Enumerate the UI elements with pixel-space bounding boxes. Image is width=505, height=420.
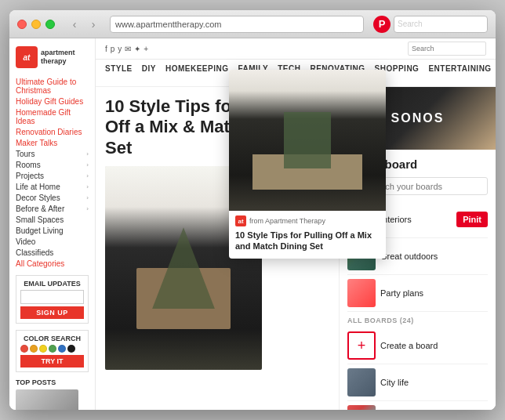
top-posts-label: TOP POSTS xyxy=(16,378,89,386)
browser-titlebar: ‹ › www.apartmenttherapy.com P Search xyxy=(9,10,496,38)
plus-icon: + xyxy=(347,331,376,360)
color-search-box: COLOR SEARCH TRY IT xyxy=(16,330,89,372)
pinterest-browser-icon[interactable]: P xyxy=(373,16,391,33)
create-board-label: Create a board xyxy=(380,341,488,350)
nav-diy[interactable]: DIY xyxy=(142,64,156,81)
try-button[interactable]: TRY IT xyxy=(20,355,84,368)
maximize-button[interactable] xyxy=(45,20,55,29)
source-label: from Apartment Therapy xyxy=(249,217,325,225)
color-dot-blue[interactable] xyxy=(58,345,66,353)
board-item-design[interactable]: Design xyxy=(347,401,488,410)
signup-button[interactable]: SIGN UP xyxy=(20,306,84,319)
source-logo: at xyxy=(235,215,246,226)
sidebar-link[interactable]: Ultimate Guide to Christmas xyxy=(16,76,89,96)
top-nav-strip: f p y ✉ ✦ + xyxy=(96,38,496,60)
board-thumb-city xyxy=(347,368,376,396)
thumbnail-image xyxy=(16,389,78,410)
all-boards-label: ALL BOARDS (24) xyxy=(347,317,488,324)
search-placeholder: Search xyxy=(398,20,423,28)
facebook-icon[interactable]: f xyxy=(105,45,107,53)
create-board-button[interactable]: + Create a board xyxy=(347,328,488,364)
sidebar-link[interactable]: Projects› xyxy=(16,170,89,181)
sidebar-link[interactable]: Homemade Gift Ideas xyxy=(16,107,89,126)
sidebar-link[interactable]: Video xyxy=(16,236,89,247)
board-name-outdoors: Great outdoors xyxy=(380,252,488,261)
board-item-party[interactable]: Party plans xyxy=(347,275,488,312)
email-updates-box: EMAIL UPDATES SIGN UP xyxy=(16,275,89,324)
page-content: at apartment therapy Ultimate Guide to C… xyxy=(9,38,496,410)
pinit-button-interiors[interactable]: Pinit xyxy=(456,212,488,227)
sidebar-link[interactable]: Maker Talks xyxy=(16,137,89,148)
board-name-interiors: Interiors xyxy=(380,215,452,224)
board-thumb-design xyxy=(347,405,376,410)
email-icon[interactable]: ✉ xyxy=(125,45,131,53)
main-content: f p y ✉ ✦ + STYLE DIY HOMEKEEPING FAMILY… xyxy=(96,38,496,410)
sidebar: at apartment therapy Ultimate Guide to C… xyxy=(9,38,96,410)
board-name-party: Party plans xyxy=(380,288,488,298)
email-input[interactable] xyxy=(20,290,84,304)
color-dot-orange[interactable] xyxy=(30,345,38,353)
browser-search-box[interactable]: Search xyxy=(394,16,488,33)
board-item-city[interactable]: City life xyxy=(347,364,488,401)
sidebar-link[interactable]: Classifieds xyxy=(16,247,89,258)
board-name-city: City life xyxy=(380,378,488,387)
logo-icon: at xyxy=(16,46,38,68)
color-search-label: COLOR SEARCH xyxy=(20,335,84,342)
nav-style[interactable]: STYLE xyxy=(105,64,133,81)
top-post-thumbnail[interactable] xyxy=(16,389,78,410)
color-dots xyxy=(20,345,84,353)
color-dot-red[interactable] xyxy=(20,345,28,353)
sidebar-link[interactable]: Decor Styles› xyxy=(16,192,89,203)
card-source: at from Apartment Therapy xyxy=(229,211,386,228)
sidebar-link[interactable]: Small Spaces xyxy=(16,214,89,225)
email-label: EMAIL UPDATES xyxy=(20,280,84,288)
nav-entertaining[interactable]: ENTERTAINING xyxy=(428,64,491,81)
card-title: 10 Style Tips for Pulling Off a Mix and … xyxy=(229,228,386,259)
color-dot-black[interactable] xyxy=(67,345,75,353)
sidebar-link[interactable]: Before & After› xyxy=(16,203,89,214)
sidebar-link[interactable]: Renovation Diaries xyxy=(16,126,89,137)
rss-icon[interactable]: ✦ xyxy=(134,45,140,53)
browser-window: ‹ › www.apartmenttherapy.com P Search at… xyxy=(9,10,496,410)
plus-icon[interactable]: + xyxy=(144,45,148,53)
address-bar[interactable]: www.apartmenttherapy.com xyxy=(110,16,364,33)
card-image xyxy=(229,70,386,211)
sidebar-link[interactable]: Holiday Gift Guides xyxy=(16,96,89,107)
sidebar-link[interactable]: Budget Living xyxy=(16,225,89,236)
pinterest-card: at from Apartment Therapy 10 Style Tips … xyxy=(229,70,386,259)
sonos-text: SONOS xyxy=(391,111,445,125)
back-button[interactable]: ‹ xyxy=(67,17,82,31)
browser-nav: ‹ › xyxy=(67,17,100,31)
twitter-icon[interactable]: y xyxy=(118,45,122,53)
color-dot-yellow[interactable] xyxy=(39,345,47,353)
sidebar-link-all-categories[interactable]: All Categories xyxy=(16,258,89,269)
sidebar-link[interactable]: Life at Home› xyxy=(16,181,89,192)
social-icons: f p y ✉ ✦ + xyxy=(105,45,148,53)
sidebar-link[interactable]: Tours› xyxy=(16,148,89,159)
top-search-input[interactable] xyxy=(408,42,486,56)
minimize-button[interactable] xyxy=(31,20,41,29)
close-button[interactable] xyxy=(17,20,27,29)
color-dot-green[interactable] xyxy=(49,345,56,353)
nav-homekeeping[interactable]: HOMEKEEPING xyxy=(165,64,229,81)
board-thumb-party xyxy=(347,279,376,307)
browser-search-area: P Search xyxy=(373,16,488,33)
forward-button[interactable]: › xyxy=(86,17,100,31)
sidebar-links: Ultimate Guide to Christmas Holiday Gift… xyxy=(16,76,89,269)
address-text: www.apartmenttherapy.com xyxy=(115,20,222,29)
logo-area: at apartment therapy xyxy=(16,46,89,68)
pinterest-icon[interactable]: p xyxy=(111,45,115,53)
logo-text: apartment therapy xyxy=(41,49,75,66)
sidebar-link[interactable]: Rooms› xyxy=(16,159,89,170)
